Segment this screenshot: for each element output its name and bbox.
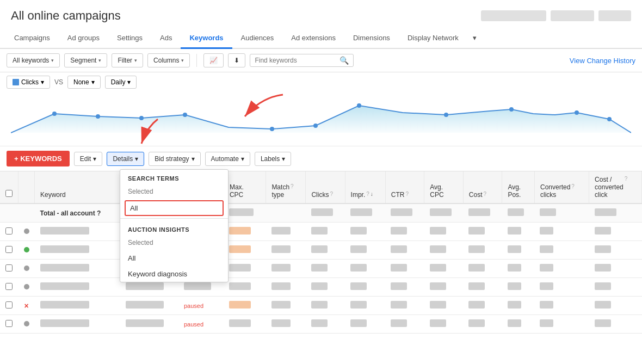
tab-ad-extensions[interactable]: Ad extensions [282, 28, 344, 49]
automate-caret: ▾ [241, 155, 244, 163]
header-max-cpc: Max.CPC [224, 171, 266, 203]
segment-button[interactable]: Segment ▾ [64, 53, 107, 67]
keyword-diagnosis[interactable]: Keyword diagnosis [120, 266, 228, 282]
bid-strategy-button[interactable]: Bid strategy ▾ [149, 152, 200, 166]
bid-strategy-label: Bid strategy [155, 155, 189, 163]
cost-converted-help-icon: ? [625, 176, 628, 182]
columns-caret: ▾ [181, 58, 184, 63]
status-paused-label: paused [184, 303, 203, 309]
automate-button[interactable]: Automate ▾ [205, 152, 250, 166]
header-status-cell [18, 171, 35, 203]
status-active-icon [24, 247, 29, 252]
none-metric-label: None [73, 78, 89, 86]
details-button[interactable]: Details ▾ [107, 152, 144, 166]
header-converted-clicks: Convertedclicks? [534, 171, 589, 203]
segment-label: Segment [70, 57, 96, 64]
filter-label: Filter [118, 57, 132, 64]
segment-caret: ▾ [98, 58, 101, 63]
search-terms-section-title: SEARCH TERMS [120, 170, 228, 184]
daily-label: Daily [111, 78, 126, 86]
header-keyword: Keyword [35, 171, 120, 203]
page-title: All online campaigns [11, 9, 121, 23]
chart-toggle-button[interactable]: 📈 [203, 53, 224, 67]
impr-sort-icon[interactable]: ↓ [371, 191, 373, 197]
view-change-history-link[interactable]: View Change History [570, 57, 635, 65]
add-keywords-button[interactable]: + KEYWORDS [7, 151, 70, 166]
search-box: 🔍 [250, 54, 354, 67]
all-keywords-button[interactable]: All keywords ▾ [7, 53, 60, 67]
toolbar: All keywords ▾ Segment ▾ Filter ▾ Column… [0, 49, 642, 72]
none-metric-button[interactable]: None ▾ [67, 76, 101, 89]
match-type-help-icon: ? [291, 183, 294, 189]
total-converted-clicks [534, 203, 589, 223]
tab-display-network[interactable]: Display Network [399, 28, 467, 49]
total-avg-cpc [424, 203, 464, 223]
row-checkbox[interactable] [5, 264, 13, 272]
table-row: × paused [0, 297, 642, 315]
metrics-bar: Clicks ▾ VS None ▾ Daily ▾ [0, 72, 642, 92]
labels-button[interactable]: Labels ▾ [255, 152, 291, 166]
clicks-metric-button[interactable]: Clicks ▾ [7, 76, 50, 89]
clicks-metric-label: Clicks [21, 78, 39, 86]
total-help-icon: ? [97, 209, 101, 217]
table-row [0, 241, 642, 260]
search-input[interactable] [255, 57, 336, 64]
chart-svg [11, 97, 631, 138]
daily-button[interactable]: Daily ▾ [105, 76, 137, 89]
total-ctr [385, 203, 424, 223]
row-checkbox[interactable] [5, 227, 13, 235]
table-header-row: Keyword Ad group Status? Max.CPC Matchty… [0, 171, 642, 203]
total-row: Total - all account ? -- [0, 203, 642, 223]
status-pause-icon [24, 266, 29, 271]
search-terms-all[interactable]: All [125, 200, 224, 216]
filter-button[interactable]: Filter ▾ [112, 53, 143, 67]
tab-more[interactable]: ▾ [467, 28, 482, 48]
edit-label: Edit [80, 155, 91, 163]
tab-campaigns[interactable]: Campaigns [5, 28, 59, 49]
table-row [0, 223, 642, 241]
tab-ad-groups[interactable]: Ad groups [59, 28, 108, 49]
chart-icon: 📈 [209, 57, 218, 64]
chart-dot [509, 107, 514, 112]
header-impr: Impr.?↓ [345, 171, 385, 203]
table-row: paused [0, 315, 642, 334]
filter-caret: ▾ [134, 58, 137, 63]
row-checkbox[interactable] [5, 301, 13, 309]
columns-label: Columns [153, 57, 179, 64]
chart-dot [607, 117, 612, 121]
edit-caret: ▾ [93, 155, 96, 163]
header-clicks: Clicks? [306, 171, 345, 203]
keywords-table: Keyword Ad group Status? Max.CPC Matchty… [0, 171, 642, 334]
auction-insights-section-title: AUCTION INSIGHTS [120, 221, 228, 235]
labels-label: Labels [261, 155, 280, 163]
tab-settings[interactable]: Settings [108, 28, 151, 49]
page-title-right [481, 10, 631, 21]
daily-caret: ▾ [127, 78, 131, 86]
page-title-bar: All online campaigns [0, 0, 642, 28]
tab-keywords[interactable]: Keywords [181, 28, 232, 49]
edit-button[interactable]: Edit ▾ [74, 152, 103, 166]
main-tabs: Campaigns Ad groups Settings Ads Keyword… [0, 28, 642, 49]
header-avg-pos: Avg.Pos. [502, 171, 535, 203]
total-checkbox-cell [0, 203, 18, 223]
total-cost [463, 203, 502, 223]
chart-dot [357, 103, 361, 108]
tab-ads[interactable]: Ads [151, 28, 181, 49]
chart-fill [11, 106, 631, 133]
row-checkbox[interactable] [5, 246, 13, 253]
clicks-color-indicator [13, 79, 19, 85]
columns-button[interactable]: Columns ▾ [147, 53, 190, 67]
clicks-help-icon: ? [330, 191, 333, 197]
details-caret: ▾ [135, 155, 138, 163]
row-checkbox[interactable] [5, 283, 13, 290]
search-terms-selected: Selected [120, 184, 228, 199]
tab-dimensions[interactable]: Dimensions [344, 28, 399, 49]
auction-insights-all[interactable]: All [120, 250, 228, 266]
status-paused-label: paused [184, 321, 203, 328]
search-icon[interactable]: 🔍 [339, 56, 349, 65]
download-button[interactable]: ⬇ [228, 53, 245, 67]
tab-audiences[interactable]: Audiences [232, 28, 283, 49]
automate-label: Automate [211, 155, 239, 163]
row-checkbox[interactable] [5, 320, 13, 327]
select-all-checkbox[interactable] [5, 190, 13, 197]
